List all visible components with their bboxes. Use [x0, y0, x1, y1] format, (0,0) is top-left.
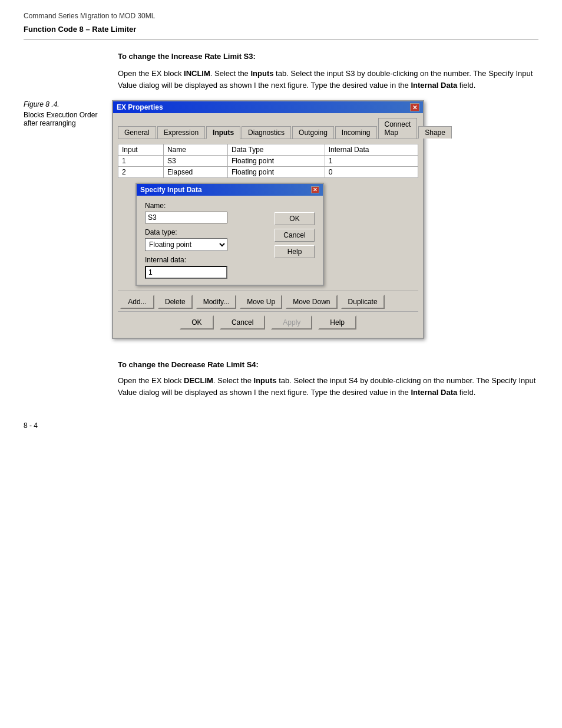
- col-name: Name: [163, 144, 227, 156]
- doc-title: Command Series Migration to MOD 30ML: [24, 12, 538, 20]
- specify-ok-button[interactable]: OK: [275, 212, 315, 225]
- inputs-table: Input Name Data Type Internal Data 1 S3 …: [118, 144, 418, 178]
- ex-properties-title: EX Properties: [117, 103, 163, 111]
- table-row: 2 Elapsed Floating point 0: [118, 167, 418, 178]
- tab-inputs[interactable]: Inputs: [206, 126, 240, 139]
- help-button[interactable]: Help: [318, 315, 356, 330]
- modify-button[interactable]: Modify...: [196, 295, 236, 309]
- tab-expression[interactable]: Expression: [157, 126, 205, 139]
- section2-para: Open the EX block DECLIM. Select the Inp…: [118, 375, 538, 398]
- internal-data-label: Internal data:: [145, 256, 267, 264]
- apply-button[interactable]: Apply: [271, 315, 312, 330]
- figure-label: Figure 8 .4. Blocks Execution Order afte…: [24, 100, 100, 348]
- add-button[interactable]: Add...: [120, 295, 154, 309]
- ok-button[interactable]: OK: [180, 315, 214, 330]
- ex-properties-window: EX Properties ✕ General Expression Input…: [112, 100, 424, 339]
- bottom-buttons-row: Add... Delete Modify... Move Up Move Dow…: [118, 291, 418, 311]
- cell-internal-1: 1: [325, 156, 418, 167]
- section1-heading: To change the Increase Rate Limit S3:: [118, 52, 538, 61]
- cell-input-1: 1: [118, 156, 164, 167]
- ex-properties-titlebar: EX Properties ✕: [113, 101, 423, 113]
- delete-button[interactable]: Delete: [158, 295, 193, 309]
- move-down-button[interactable]: Move Down: [286, 295, 337, 309]
- tab-shape[interactable]: Shape: [418, 126, 452, 139]
- tab-outgoing[interactable]: Outgoing: [292, 126, 334, 139]
- cell-input-2: 2: [118, 167, 164, 178]
- table-row: 1 S3 Floating point 1: [118, 156, 418, 167]
- section2-heading: To change the Decrease Rate Limit S4:: [118, 360, 538, 369]
- ex-properties-body: General Expression Inputs Diagnostics Ou…: [113, 113, 423, 338]
- tab-incoming[interactable]: Incoming: [335, 126, 377, 139]
- dialog-buttons: OK Cancel Help: [275, 212, 315, 279]
- page: Command Series Migration to MOD 30ML Fun…: [0, 0, 562, 453]
- data-type-label: Data type:: [145, 228, 267, 236]
- tab-diagnostics[interactable]: Diagnostics: [242, 126, 291, 139]
- cell-datatype-1: Floating point: [228, 156, 325, 167]
- dialog-content: Name: Data type: Floating point Internal…: [145, 202, 315, 279]
- figure-caption-text: Blocks Execution Order after rearranging: [24, 111, 100, 127]
- section1-para: Open the EX block INCLIM. Select the Inp…: [118, 68, 538, 91]
- dialog-fields: Name: Data type: Floating point Internal…: [145, 202, 267, 279]
- specify-input-dialog: Specify Input Data ✕ Name: Data type:: [135, 183, 324, 286]
- internal-data-input[interactable]: [145, 266, 227, 279]
- cancel-button[interactable]: Cancel: [220, 315, 265, 330]
- divider: [24, 39, 538, 40]
- page-footer: 8 - 4: [24, 421, 538, 430]
- tabs-row: General Expression Inputs Diagnostics Ou…: [118, 118, 418, 139]
- duplicate-button[interactable]: Duplicate: [341, 295, 385, 309]
- specify-dialog-titlebar: Specify Input Data ✕: [137, 184, 323, 196]
- data-type-select[interactable]: Floating point: [145, 238, 227, 251]
- section-heading: Function Code 8 – Rate Limiter: [24, 25, 538, 34]
- name-input[interactable]: [145, 212, 227, 223]
- cell-datatype-2: Floating point: [228, 167, 325, 178]
- ex-properties-close-button[interactable]: ✕: [410, 103, 419, 111]
- specify-dialog-title: Specify Input Data: [140, 186, 202, 194]
- col-data-type: Data Type: [228, 144, 325, 156]
- name-label: Name:: [145, 202, 267, 210]
- figure-area: Figure 8 .4. Blocks Execution Order afte…: [24, 100, 538, 348]
- cell-internal-2: 0: [325, 167, 418, 178]
- cell-name-2: Elapsed: [163, 167, 227, 178]
- cell-name-1: S3: [163, 156, 227, 167]
- page-number: 8 - 4: [24, 421, 38, 430]
- col-internal-data: Internal Data: [325, 144, 418, 156]
- figure-caption-label: Figure 8 .4.: [24, 100, 100, 108]
- data-type-select-wrapper: Floating point: [145, 238, 227, 256]
- tab-connect-map[interactable]: Connect Map: [378, 118, 418, 139]
- specify-help-button[interactable]: Help: [275, 245, 315, 258]
- move-up-button[interactable]: Move Up: [240, 295, 282, 309]
- tab-general[interactable]: General: [118, 126, 156, 139]
- col-input: Input: [118, 144, 164, 156]
- specify-cancel-button[interactable]: Cancel: [275, 229, 315, 242]
- specify-dialog-close-button[interactable]: ✕: [311, 186, 319, 193]
- ok-cancel-row: OK Cancel Apply Help: [118, 311, 418, 333]
